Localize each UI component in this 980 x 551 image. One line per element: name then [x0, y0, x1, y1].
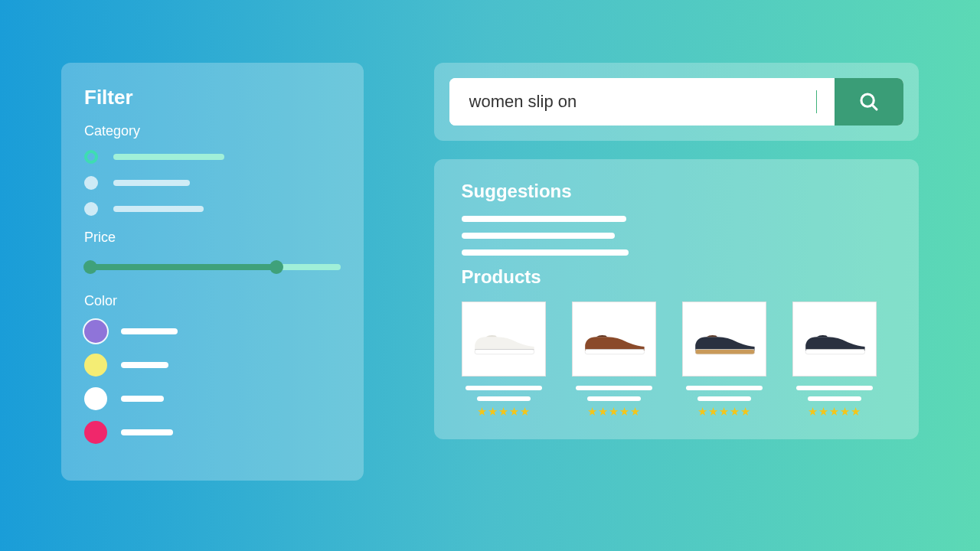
category-text-placeholder — [113, 180, 190, 186]
product-thumbnail[interactable] — [792, 302, 877, 377]
slider-thumb-max[interactable] — [270, 260, 283, 274]
svg-rect-2 — [475, 350, 534, 354]
results-panel: Suggestions Products — [434, 159, 919, 439]
filter-title: Filter — [84, 86, 341, 109]
suggestion-item[interactable] — [462, 233, 615, 239]
product-rating — [682, 407, 766, 416]
price-slider[interactable] — [84, 259, 341, 273]
product-card[interactable] — [682, 302, 766, 416]
star-icon — [808, 407, 818, 416]
svg-rect-5 — [805, 350, 864, 354]
radio-icon — [84, 150, 98, 164]
search-panel — [434, 63, 919, 141]
color-swatch — [84, 387, 107, 410]
search-box — [449, 78, 903, 126]
filter-panel: Filter Category Price Color — [61, 63, 364, 481]
star-icon — [631, 407, 640, 416]
suggestion-item[interactable] — [462, 249, 629, 256]
star-icon — [588, 407, 597, 416]
star-icon — [521, 407, 530, 416]
search-icon — [858, 90, 880, 113]
products-title: Products — [462, 266, 891, 288]
slider-thumb-min[interactable] — [83, 260, 97, 274]
price-label: Price — [84, 230, 341, 246]
slider-fill — [84, 264, 276, 270]
product-price-placeholder — [697, 396, 751, 401]
product-image — [690, 320, 759, 358]
color-swatch — [84, 421, 107, 444]
color-option-white[interactable] — [84, 387, 341, 410]
star-icon — [819, 407, 828, 416]
color-list — [84, 320, 341, 444]
color-label-placeholder — [121, 362, 168, 368]
star-icon — [830, 407, 839, 416]
suggestions-title: Suggestions — [462, 181, 891, 202]
star-icon — [499, 407, 508, 416]
category-text-placeholder — [113, 206, 204, 212]
color-swatch — [84, 354, 107, 377]
category-label: Category — [84, 123, 341, 139]
search-button[interactable] — [835, 78, 903, 126]
svg-line-1 — [872, 105, 877, 109]
products-grid — [462, 302, 891, 416]
color-label-placeholder — [121, 429, 173, 435]
product-card[interactable] — [792, 302, 877, 416]
svg-rect-4 — [695, 350, 754, 354]
product-thumbnail[interactable] — [462, 302, 546, 377]
product-card[interactable] — [572, 302, 656, 416]
suggestion-item[interactable] — [462, 216, 626, 222]
category-option[interactable] — [84, 176, 341, 190]
product-title-placeholder — [466, 386, 542, 390]
product-image — [800, 320, 869, 358]
star-icon — [620, 407, 629, 416]
star-icon — [841, 407, 850, 416]
product-rating — [462, 407, 546, 416]
product-title-placeholder — [576, 386, 652, 390]
product-card[interactable] — [462, 302, 546, 416]
product-rating — [572, 407, 656, 416]
text-caret — [816, 90, 817, 113]
search-input[interactable] — [449, 78, 835, 126]
svg-rect-3 — [585, 350, 644, 354]
star-icon — [609, 407, 619, 416]
category-list — [84, 150, 341, 216]
star-icon — [730, 407, 740, 416]
star-icon — [478, 407, 487, 416]
product-price-placeholder — [808, 396, 861, 401]
color-option-yellow[interactable] — [84, 354, 341, 377]
star-icon — [488, 407, 498, 416]
product-price-placeholder — [587, 396, 641, 401]
color-option-purple[interactable] — [84, 320, 341, 343]
product-title-placeholder — [686, 386, 763, 390]
star-icon — [510, 407, 519, 416]
category-text-placeholder — [113, 154, 224, 160]
star-icon — [851, 407, 861, 416]
star-icon — [741, 407, 750, 416]
product-image — [469, 320, 538, 358]
product-price-placeholder — [477, 396, 531, 401]
category-option[interactable] — [84, 202, 341, 216]
product-rating — [792, 407, 877, 416]
radio-icon — [84, 176, 98, 190]
color-swatch — [84, 320, 107, 343]
color-option-pink[interactable] — [84, 421, 341, 444]
color-label-placeholder — [121, 328, 178, 334]
product-thumbnail[interactable] — [682, 302, 766, 377]
star-icon — [720, 407, 729, 416]
product-thumbnail[interactable] — [572, 302, 656, 377]
color-label-placeholder — [121, 396, 164, 402]
star-icon — [599, 407, 608, 416]
star-icon — [698, 407, 707, 416]
color-label: Color — [84, 293, 341, 309]
star-icon — [709, 407, 718, 416]
radio-icon — [84, 202, 98, 216]
suggestions-list — [462, 216, 891, 256]
category-option[interactable] — [84, 150, 341, 164]
product-title-placeholder — [796, 386, 873, 390]
product-image — [580, 320, 648, 358]
